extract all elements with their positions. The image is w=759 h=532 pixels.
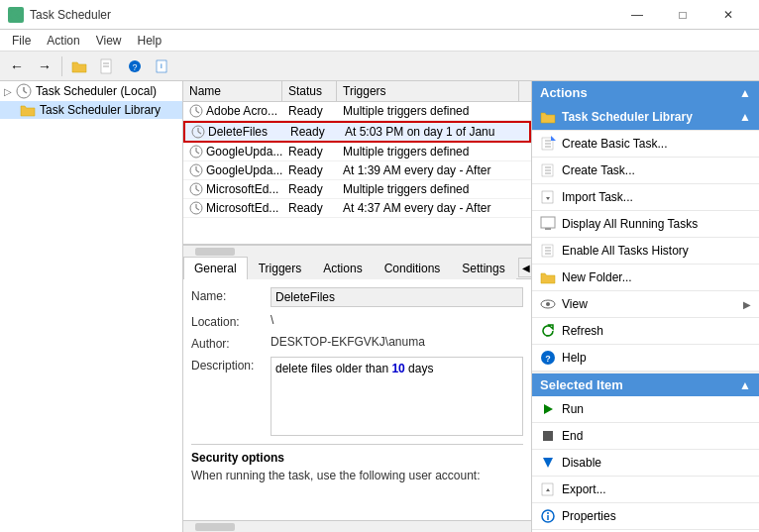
action-item-refresh[interactable]: Refresh	[532, 318, 759, 345]
task-status-5: Ready	[282, 199, 337, 217]
back-button[interactable]: ←	[4, 54, 30, 78]
menu-bar: File Action View Help	[0, 30, 759, 52]
action-item-import[interactable]: Import Task...	[532, 184, 759, 211]
import-icon	[540, 189, 556, 205]
properties-button[interactable]: i	[150, 54, 175, 78]
task-name-1: DeleteFiles	[185, 123, 284, 141]
tree-label-library: Task Scheduler Library	[40, 103, 161, 117]
field-row-author: Author: DESKTOP-EKFGVKJ\anuma	[191, 335, 523, 351]
tab-conditions[interactable]: Conditions	[374, 257, 452, 279]
minimize-button[interactable]: —	[614, 0, 660, 30]
new-folder-label: New Folder...	[562, 270, 632, 284]
menu-action[interactable]: Action	[39, 32, 87, 50]
table-row[interactable]: Adobe Acro... Ready Multiple triggers de…	[183, 102, 531, 121]
highlight-value: 10	[391, 362, 404, 375]
app-title: Task Scheduler	[30, 8, 111, 22]
field-label-name: Name:	[191, 287, 271, 303]
table-row[interactable]: MicrosoftEd... Ready At 4:37 AM every da…	[183, 199, 531, 218]
task-list-hscroll[interactable]	[183, 245, 531, 257]
main-layout: ▷ Task Scheduler (Local) Task Scheduler …	[0, 81, 759, 532]
disable-icon	[540, 455, 556, 471]
detail-hscroll-thumb[interactable]	[195, 523, 235, 531]
col-header-name[interactable]: Name	[183, 81, 282, 101]
menu-file[interactable]: File	[4, 32, 39, 50]
task-name-2: GoogleUpda...	[183, 143, 282, 160]
restore-button[interactable]: □	[660, 0, 705, 30]
menu-view[interactable]: View	[88, 32, 130, 50]
task-status-1: Ready	[284, 123, 339, 141]
field-label-location: Location:	[191, 313, 271, 329]
security-text: When running the task, use the following…	[191, 469, 523, 482]
tab-actions[interactable]: Actions	[312, 257, 373, 279]
svg-line-2	[16, 15, 19, 17]
task-icon-2	[189, 145, 203, 159]
tab-general[interactable]: General	[183, 257, 248, 279]
task-triggers-4: Multiple triggers defined	[337, 180, 531, 198]
field-label-author: Author:	[191, 335, 271, 351]
action-item-new-folder[interactable]: New Folder...	[532, 265, 759, 291]
svg-text:?: ?	[545, 354, 551, 364]
import-label: Import Task...	[562, 190, 633, 204]
detail-content: Name: Location: \ Author: DESKTOP-EKFGVK…	[183, 279, 531, 520]
task-triggers-0: Multiple triggers defined	[337, 102, 531, 120]
action-item-view[interactable]: View ▶	[532, 291, 759, 318]
action-item-run[interactable]: Run	[532, 396, 759, 423]
field-row-name: Name:	[191, 287, 523, 307]
view-arrow-icon: ▶	[743, 299, 751, 310]
doc-button[interactable]	[94, 54, 120, 78]
svg-rect-40	[541, 217, 555, 228]
table-row[interactable]: GoogleUpda... Ready At 1:39 AM every day…	[183, 161, 531, 180]
task-name-0: Adobe Acro...	[183, 102, 282, 120]
description-box[interactable]: delete files older than 10 days	[271, 357, 523, 436]
end-label: End	[562, 429, 583, 443]
forward-button[interactable]: →	[32, 54, 57, 78]
task-status-4: Ready	[282, 180, 337, 198]
task-triggers-2: Multiple triggers defined	[337, 143, 531, 160]
table-row[interactable]: MicrosoftEd... Ready Multiple triggers d…	[183, 180, 531, 199]
col-header-triggers[interactable]: Triggers	[337, 81, 519, 101]
help-button[interactable]: ?	[122, 54, 148, 78]
tab-triggers[interactable]: Triggers	[248, 257, 313, 279]
action-item-help[interactable]: ? Help	[532, 345, 759, 372]
task-triggers-5: At 4:37 AM every day - After	[337, 199, 531, 217]
create-basic-icon	[540, 136, 556, 152]
close-button[interactable]: ✕	[705, 0, 751, 30]
center-panel: Name Status Triggers Adobe Acro... Ready…	[183, 81, 531, 532]
col-header-status[interactable]: Status	[282, 81, 337, 101]
tree-item-library[interactable]: Task Scheduler Library	[0, 101, 182, 119]
action-item-end[interactable]: End	[532, 423, 759, 450]
hscroll-thumb[interactable]	[195, 248, 235, 256]
table-row[interactable]: DeleteFiles Ready At 5:03 PM on day 1 of…	[183, 121, 531, 143]
tab-settings[interactable]: Settings	[451, 257, 515, 279]
help-icon: ?	[540, 350, 556, 366]
action-item-export[interactable]: Export...	[532, 477, 759, 503]
new-folder-icon	[540, 269, 556, 285]
detail-hscroll[interactable]	[183, 520, 531, 532]
name-input[interactable]	[271, 287, 523, 307]
svg-line-12	[24, 91, 27, 93]
task-name-3: GoogleUpda...	[183, 161, 282, 179]
task-list[interactable]: Name Status Triggers Adobe Acro... Ready…	[183, 81, 531, 245]
action-item-display-running[interactable]: Display All Running Tasks	[532, 211, 759, 238]
refresh-icon	[540, 323, 556, 339]
action-item-create-basic[interactable]: Create Basic Task...	[532, 131, 759, 158]
selected-item-title: Selected Item	[540, 377, 623, 392]
svg-point-56	[547, 512, 549, 514]
table-row[interactable]: GoogleUpda... Ready Multiple triggers de…	[183, 143, 531, 161]
action-item-create-task[interactable]: Create Task...	[532, 158, 759, 184]
action-item-properties[interactable]: Properties	[532, 503, 759, 530]
svg-line-18	[198, 132, 201, 134]
tab-prev-button[interactable]: ◀	[518, 258, 531, 277]
folder-button[interactable]	[66, 54, 92, 78]
view-icon	[540, 296, 556, 312]
menu-help[interactable]: Help	[130, 32, 170, 50]
run-label: Run	[562, 402, 584, 416]
action-item-enable-history[interactable]: Enable All Tasks History	[532, 238, 759, 265]
action-item-library[interactable]: Task Scheduler Library ▲	[532, 104, 759, 131]
actions-collapse-button[interactable]: ▲	[739, 86, 751, 100]
tree-item-local[interactable]: ▷ Task Scheduler (Local)	[0, 81, 182, 101]
selected-item-collapse-button[interactable]: ▲	[739, 378, 751, 392]
action-library-label: Task Scheduler Library	[562, 110, 693, 124]
location-value: \	[271, 313, 523, 327]
action-item-disable[interactable]: Disable	[532, 450, 759, 477]
